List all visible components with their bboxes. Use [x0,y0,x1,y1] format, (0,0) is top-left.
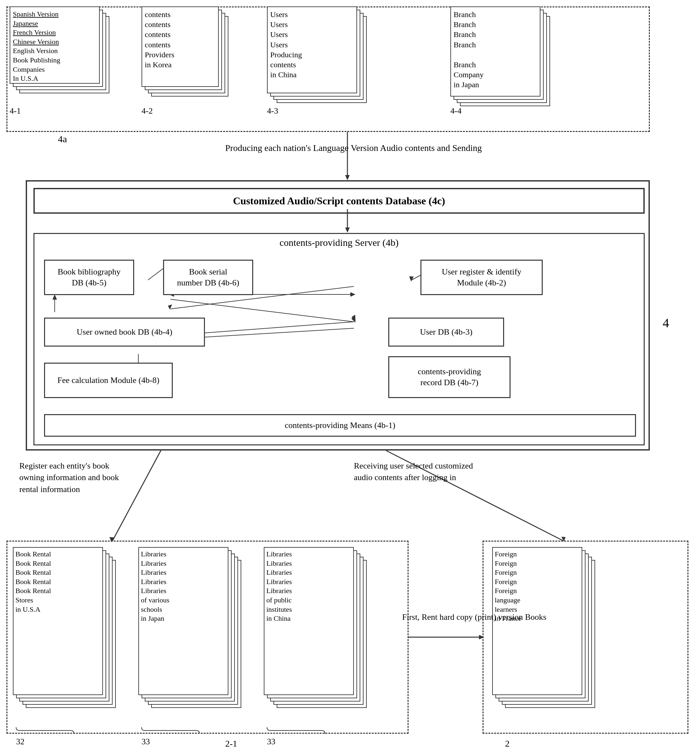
text: of public [267,596,292,604]
stack-33a: Libraries Libraries Libraries Libraries … [138,547,238,708]
group-21-label: 2-1 [225,739,237,749]
text: English Version [13,47,58,55]
text: Libraries [141,587,166,595]
text: Branch [454,10,476,19]
text: in U.S.A [16,605,41,613]
doc-page-front: Users Users Users Users Producing conten… [267,6,357,93]
text: Book Rental [16,559,51,567]
group-2-label: 2 [505,739,510,749]
text: Users [270,10,288,19]
stack-33b: Libraries Libraries Libraries Libraries … [264,547,363,708]
text: schools [141,605,162,613]
text: Book Rental [16,578,51,586]
text: Foreign [495,559,517,567]
arrow-label-line1: Producing each nation's Language Version… [225,143,482,153]
text: Companies [13,65,45,73]
text: Users [270,41,288,49]
annotation-right: Receiving user selected customized audio… [354,460,483,484]
text: Foreign [495,587,517,595]
text: Japanese [13,19,38,27]
text: Libraries [267,568,292,576]
stack-41: Spanish Version Japanese French Version … [9,6,100,112]
rent-label: First, Rent hard copy (print) version Bo… [402,611,546,623]
mod-user-owned: User owned book DB (4b-4) [44,318,205,347]
doc-page-front: Libraries Libraries Libraries Libraries … [138,547,228,695]
text: Branch [454,61,476,69]
text: Chinese Version [13,37,59,46]
text: Libraries [267,550,292,558]
stack-44: Branch Branch Branch Branch Branch Compa… [451,6,550,112]
arrow-top-label: Producing each nation's Language Version… [225,142,482,154]
doc-page-front: Book Rental Book Rental Book Rental Book… [13,547,103,695]
text: Libraries [141,578,166,586]
text: Libraries [267,587,292,595]
text: Branch [454,30,476,39]
stack-32: Book Rental Book Rental Book Rental Book… [13,547,112,708]
text: Company [454,70,483,79]
main-server-box: Customized Audio/Script contents Databas… [26,180,650,450]
text: Libraries [267,559,292,567]
doc-page-front: Spanish Version Japanese French Version … [9,6,100,84]
text: contents [145,10,170,19]
text: Providers [145,50,175,59]
stack-33b-label: 33 [267,737,275,747]
text: Spanish Version [13,10,59,18]
text: contents [145,20,170,29]
text: Libraries [141,568,166,576]
text: Foreign [495,568,517,576]
text: Users [270,30,288,39]
svg-marker-1 [345,175,350,180]
text: of various [141,596,170,604]
text: contents [270,61,296,69]
doc-page-front: Branch Branch Branch Branch Branch Compa… [451,6,541,97]
text: Branch [454,41,476,49]
text: In U.S.A [13,74,38,82]
mod-user-reg: User register & identify Module (4b-2) [421,260,543,295]
stack-43: Users Users Users Users Producing conten… [267,6,363,112]
group-42-label: 4-2 [142,106,232,116]
group-43-label: 4-3 [267,106,363,116]
mod-contents-rec: contents-providing record DB (4b-7) [388,356,511,398]
mod-bib-db: Book bibliography DB (4b-5) [44,260,134,295]
text: in Korea [145,61,171,69]
mod-user-db: User DB (4b-3) [388,318,504,347]
diagram: Spanish Version Japanese French Version … [0,0,700,753]
stack-42: contents contents contents contents Prov… [142,6,232,112]
ref-label-4: 4 [663,316,669,331]
group-4a-label: 4a [58,134,67,144]
stack-32-label: 32 [16,737,25,747]
text: Book Rental [16,587,51,595]
text: French Version [13,28,56,36]
stack-2users: Foreign Foreign Foreign Foreign Foreign … [492,547,592,708]
text: institutes [267,605,292,613]
text: language [495,596,520,604]
doc-page-front: contents contents contents contents Prov… [142,6,219,87]
text: Foreign [495,550,517,558]
db-4c-label: Customized Audio/Script contents Databas… [233,195,445,207]
text: contents [145,30,170,39]
text: Libraries [267,578,292,586]
text: Branch [454,20,476,29]
text: Book Rental [16,550,51,558]
text: Users [270,20,288,29]
mod-serial-db: Book serial number DB (4b-6) [163,260,253,295]
text: in China [267,614,290,622]
text: Libraries [141,550,166,558]
mod-fee-calc: Fee calculation Module (4b-8) [44,362,173,398]
text: contents [145,41,170,49]
text: Book Rental [16,568,51,576]
text: in Japan [454,80,479,89]
db-4c: Customized Audio/Script contents Databas… [33,188,645,214]
text: Stores [16,596,33,604]
group-41-label: 4-1 [9,106,100,116]
mod-providing-means: contents-providing Means (4b-1) [44,414,636,437]
annotation-left: Register each entity's book owning infor… [19,460,129,495]
doc-page-front: Libraries Libraries Libraries Libraries … [264,547,354,695]
text: Libraries [141,559,166,567]
text: in China [270,70,296,79]
inner-server-box: contents-providing Server (4b) Book bibl… [33,233,645,445]
text: Producing [270,50,302,59]
text: Foreign [495,578,517,586]
group-44-label: 4-4 [451,106,550,116]
text: Book Publishing [13,56,60,64]
